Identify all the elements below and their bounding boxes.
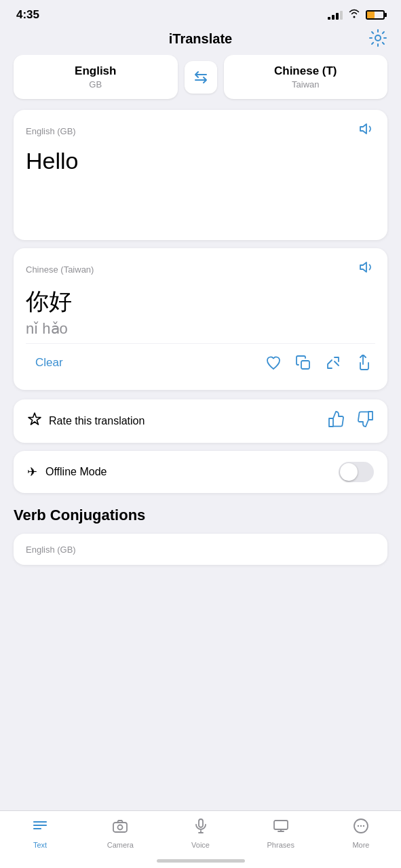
offline-mode-toggle[interactable] <box>339 462 374 482</box>
share-icon <box>355 355 371 371</box>
app-title: iTranslate <box>169 31 232 47</box>
status-time: 4:35 <box>16 8 39 22</box>
svg-point-0 <box>375 35 381 41</box>
more-tab-label: More <box>352 841 369 849</box>
source-box-lang-label: English (GB) <box>26 126 76 136</box>
tab-voice[interactable]: Voice <box>160 818 240 849</box>
thumbs-down-button[interactable] <box>356 410 374 432</box>
target-box-header: Chinese (Taiwan) <box>26 259 375 279</box>
favorite-button[interactable] <box>265 355 282 371</box>
settings-button[interactable] <box>368 28 387 50</box>
source-language-name: English <box>20 64 171 78</box>
star-svg <box>27 412 42 427</box>
thumbs-down-icon <box>356 410 374 428</box>
verb-box-lang-label: English (GB) <box>26 545 76 555</box>
rating-label: Rate this translation <box>49 415 328 427</box>
phrases-tab-icon <box>273 818 289 838</box>
tab-phrases[interactable]: Phrases <box>241 818 321 849</box>
phrases-tab-label: Phrases <box>267 841 294 849</box>
speaker-icon <box>359 259 375 275</box>
target-language-sub: Taiwan <box>231 79 381 90</box>
target-speaker-button[interactable] <box>359 259 375 279</box>
action-icons <box>265 355 371 371</box>
action-bar: Clear <box>26 343 375 379</box>
voice-tab-icon <box>193 818 209 838</box>
source-box-header: English (GB) <box>26 121 375 141</box>
header: iTranslate <box>0 27 401 55</box>
star-icon <box>27 412 42 431</box>
battery-icon <box>366 10 385 20</box>
rating-row: Rate this translation <box>14 399 387 443</box>
svg-rect-1 <box>301 361 309 369</box>
target-box-lang-label: Chinese (Taiwan) <box>26 264 94 275</box>
thumbs-up-icon <box>328 410 345 428</box>
svg-point-12 <box>358 825 359 827</box>
camera-tab-icon <box>112 818 128 838</box>
tab-camera[interactable]: Camera <box>80 818 160 849</box>
verb-conjugations-title: Verb Conjugations <box>14 507 387 524</box>
home-indicator <box>157 859 245 863</box>
thumbs-up-button[interactable] <box>328 410 345 432</box>
source-text[interactable]: Hello <box>26 148 375 229</box>
swap-icon <box>193 71 209 84</box>
expand-icon <box>325 355 341 371</box>
status-bar: 4:35 <box>0 0 401 27</box>
target-text-pinyin: nǐ hǎo <box>26 320 375 338</box>
more-tab-icon <box>353 818 369 838</box>
offline-mode-row: ✈ Offline Mode <box>14 451 387 493</box>
tab-text[interactable]: Text <box>0 818 80 849</box>
rating-actions <box>328 410 374 432</box>
swap-languages-button[interactable] <box>185 61 217 94</box>
tab-more[interactable]: More <box>321 818 401 849</box>
status-icons <box>328 9 385 21</box>
svg-point-7 <box>118 825 123 830</box>
toggle-thumb <box>340 463 358 481</box>
svg-rect-6 <box>113 823 127 832</box>
airplane-icon: ✈ <box>27 465 37 479</box>
source-translation-box: English (GB) Hello <box>14 110 387 240</box>
camera-tab-label: Camera <box>107 841 134 849</box>
verb-conjugations-section: Verb Conjugations English (GB) <box>0 493 401 565</box>
svg-point-14 <box>363 825 364 827</box>
language-selector-row: English GB Chinese (T) Taiwan <box>0 55 401 110</box>
source-language-sub: GB <box>20 79 171 90</box>
target-language-button[interactable]: Chinese (T) Taiwan <box>224 55 388 99</box>
svg-point-13 <box>360 825 362 827</box>
target-translation-box: Chinese (Taiwan) 你好 nǐ hǎo Clear <box>14 248 387 390</box>
translation-area: English (GB) Hello Chinese (Taiwan) 你好 n… <box>0 110 401 390</box>
source-speaker-button[interactable] <box>359 121 375 141</box>
voice-tab-label: Voice <box>191 841 210 849</box>
target-text-chinese: 你好 <box>26 286 375 317</box>
copy-button[interactable] <box>295 355 311 371</box>
speaker-icon <box>359 121 375 137</box>
clear-button[interactable]: Clear <box>30 353 69 372</box>
verb-conjugations-box: English (GB) <box>14 534 387 565</box>
svg-rect-8 <box>199 819 203 827</box>
source-language-button[interactable]: English GB <box>14 55 178 99</box>
target-language-name: Chinese (T) <box>231 64 381 78</box>
heart-icon <box>265 355 282 371</box>
text-tab-label: Text <box>33 841 47 849</box>
wifi-icon <box>348 9 360 21</box>
offline-mode-label: Offline Mode <box>45 466 339 478</box>
copy-icon <box>295 355 311 371</box>
gear-icon <box>368 28 387 47</box>
share-button[interactable] <box>355 355 371 371</box>
text-tab-icon <box>32 818 48 838</box>
expand-button[interactable] <box>325 355 341 371</box>
signal-icon <box>328 10 343 20</box>
